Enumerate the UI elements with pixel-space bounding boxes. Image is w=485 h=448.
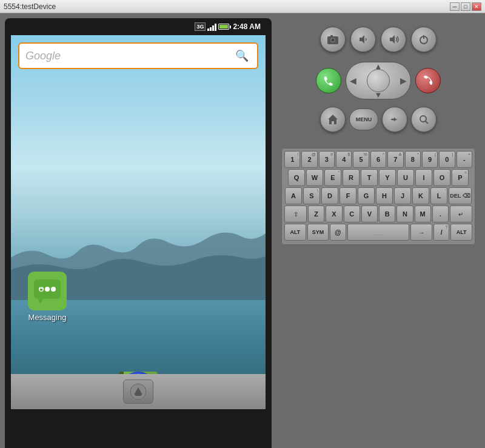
key-5[interactable]: %5 <box>353 151 369 168</box>
key-slash[interactable]: ?/ <box>433 224 449 241</box>
key-9[interactable]: (9 <box>422 151 438 168</box>
key-sym[interactable]: SYM <box>307 224 329 241</box>
key-v[interactable]: V <box>361 206 378 222</box>
power-button[interactable] <box>411 27 436 52</box>
home-button[interactable] <box>320 107 346 132</box>
messaging-app-icon[interactable]: Messaging <box>28 272 67 322</box>
svg-marker-32 <box>328 115 338 124</box>
key-q[interactable]: Q <box>288 169 305 186</box>
menu-button[interactable]: MENU <box>349 109 378 130</box>
back-button[interactable] <box>382 107 407 132</box>
app-drawer-button[interactable] <box>123 379 153 404</box>
key-3[interactable]: #3 <box>319 151 335 168</box>
camera-button[interactable] <box>320 27 346 52</box>
restore-button[interactable]: □ <box>461 2 470 11</box>
key-r[interactable]: R <box>343 169 360 186</box>
close-button[interactable]: ✕ <box>472 2 481 11</box>
key-z[interactable]: Z <box>308 206 324 222</box>
key-delete[interactable]: DEL ⌫ <box>449 187 472 204</box>
keyboard-row-5: ALT SYM @ ___ → ?/ ALT <box>284 224 472 241</box>
key-x[interactable]: X <box>326 206 342 222</box>
signal-bars <box>207 22 216 31</box>
key-8[interactable]: *8 <box>405 151 421 168</box>
network-indicator: 3G <box>195 22 206 31</box>
dock-bar <box>11 374 266 409</box>
signal-bar-2 <box>210 27 212 31</box>
end-call-button[interactable] <box>415 68 441 93</box>
key-u[interactable]: U <box>397 169 414 186</box>
key-6[interactable]: ^6 <box>370 151 386 168</box>
key-a[interactable]: A <box>285 187 302 204</box>
right-panel: ◀ ▶ ▲ ▼ <box>272 13 485 448</box>
key-o[interactable]: -O <box>433 169 450 186</box>
key-7[interactable]: &7 <box>387 151 403 168</box>
top-control-row <box>320 27 436 52</box>
window-controls: ─ □ ✕ <box>450 2 481 11</box>
key-s[interactable]: \S <box>303 187 320 204</box>
key-e[interactable]: "E <box>324 169 341 186</box>
signal-bar-1 <box>207 28 209 31</box>
key-d[interactable]: D <box>321 187 338 204</box>
search-bar[interactable]: Google 🔍 <box>18 42 258 69</box>
battery-icon <box>218 24 231 30</box>
volume-down-button[interactable] <box>350 27 376 52</box>
home-icon <box>327 114 338 125</box>
key-enter[interactable]: ↵ <box>450 206 472 222</box>
key-minus[interactable]: +- <box>457 151 472 168</box>
key-at[interactable]: @ <box>330 224 346 241</box>
key-h[interactable]: H <box>376 187 393 204</box>
key-4[interactable]: $4 <box>336 151 352 168</box>
svg-marker-28 <box>360 35 364 44</box>
messaging-label: Messaging <box>28 313 67 322</box>
main-area: 3G 2:48 AM <box>0 13 485 448</box>
key-g[interactable]: G <box>358 187 375 204</box>
key-0[interactable]: )0 <box>439 151 455 168</box>
messaging-icon-svg <box>33 278 62 304</box>
key-b[interactable]: B <box>379 206 395 222</box>
key-c[interactable]: C <box>344 206 360 222</box>
key-y[interactable]: Y <box>379 169 396 186</box>
key-t[interactable]: T <box>361 169 378 186</box>
key-period[interactable]: . <box>432 206 449 222</box>
call-button[interactable] <box>316 68 341 93</box>
svg-point-4 <box>51 287 56 292</box>
minimize-button[interactable]: ─ <box>450 2 460 11</box>
keyboard-panel: !1 @2 #3 $4 %5 ^6 &7 *8 (9 )0 +- Q W "E … <box>281 148 475 245</box>
key-w[interactable]: W <box>306 169 323 186</box>
key-m[interactable]: M <box>415 206 431 222</box>
key-space[interactable]: ___ <box>347 224 410 241</box>
svg-marker-29 <box>390 35 395 44</box>
key-2[interactable]: @2 <box>301 151 317 168</box>
key-k[interactable]: ;K <box>412 187 429 204</box>
window-title: 5554:testDevice <box>4 2 450 11</box>
keyboard-row-2: Q W "E R T Y U I -O =P <box>284 169 472 186</box>
power-icon <box>418 34 429 45</box>
volume-up-icon <box>388 34 399 45</box>
key-i[interactable]: I <box>415 169 432 186</box>
svg-marker-33 <box>391 118 393 121</box>
search-button[interactable] <box>411 107 436 132</box>
key-f[interactable]: F <box>340 187 356 204</box>
keyboard-row-3: A \S D F G H J ;K 'L DEL ⌫ <box>284 187 472 204</box>
dpad-right-button[interactable]: ▶ <box>400 76 407 85</box>
phone-device: 3G 2:48 AM <box>5 18 272 448</box>
dpad-center-button[interactable] <box>367 69 390 92</box>
svg-rect-27 <box>330 35 333 37</box>
svg-rect-31 <box>423 35 424 39</box>
key-alt-right[interactable]: ALT <box>450 224 472 241</box>
search-placeholder: Google <box>25 50 233 62</box>
key-arrow-right[interactable]: → <box>410 224 432 241</box>
key-j[interactable]: J <box>394 187 411 204</box>
search-icon[interactable]: 🔍 <box>233 47 251 65</box>
volume-up-button[interactable] <box>381 27 406 52</box>
key-1[interactable]: !1 <box>284 151 300 168</box>
key-shift[interactable]: ⇧ <box>284 206 307 222</box>
svg-marker-1 <box>38 299 44 304</box>
search-nav-icon <box>419 115 429 124</box>
key-alt-left[interactable]: ALT <box>284 224 306 241</box>
key-l[interactable]: 'L <box>430 187 447 204</box>
key-p[interactable]: =P <box>452 169 469 186</box>
dpad-left-button[interactable]: ◀ <box>350 76 356 85</box>
key-n[interactable]: N <box>396 206 413 222</box>
volume-down-icon <box>358 34 369 45</box>
